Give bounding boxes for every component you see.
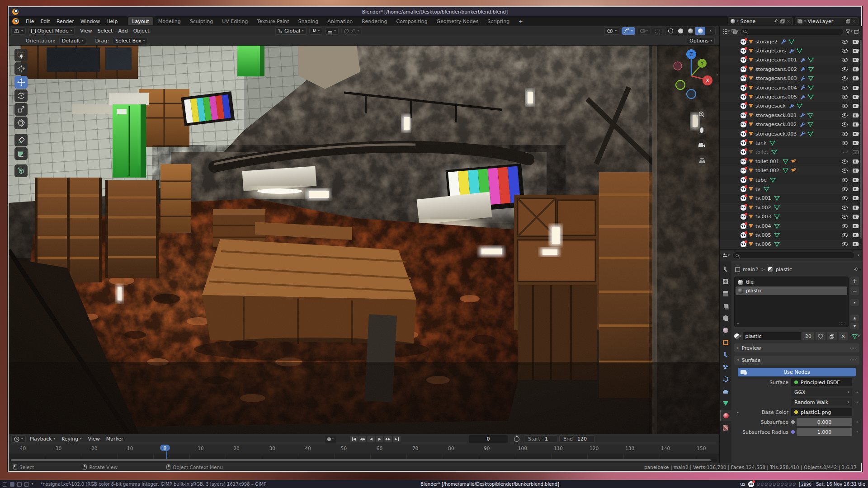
menu-item[interactable]: Window — [77, 18, 103, 25]
visibility-eye-icon[interactable] — [842, 233, 848, 237]
object-name[interactable]: tv.001 — [755, 195, 771, 201]
modifier-wrench-icon[interactable] — [789, 48, 794, 54]
render-camera-icon[interactable] — [853, 76, 859, 80]
properties-search-input[interactable] — [732, 252, 855, 259]
outliner-row[interactable]: ▸ storagecans.002 — [720, 65, 862, 74]
object-name[interactable]: tank — [755, 140, 766, 146]
object-name[interactable]: storage2 — [755, 39, 778, 45]
outliner-row[interactable]: ▸ storagesack — [720, 102, 862, 111]
mesh-data-icon[interactable] — [807, 113, 813, 118]
visibility-eye-icon[interactable] — [842, 242, 848, 246]
properties-tab[interactable] — [720, 313, 731, 324]
timeline-menu-item[interactable]: Keying▾ — [58, 436, 85, 442]
gizmos-toggle[interactable]: ▾ — [622, 27, 636, 35]
animate-dot[interactable]: • — [855, 390, 859, 394]
object-name[interactable]: storagecans.001 — [755, 57, 797, 63]
tool-annotate[interactable] — [14, 134, 28, 146]
disclosure-icon[interactable]: ▸ — [741, 159, 746, 164]
outliner-row[interactable]: ▸ tv.005 — [720, 230, 862, 239]
play-button[interactable] — [376, 436, 383, 442]
new-collection-button[interactable] — [854, 29, 859, 34]
object-name[interactable]: storagesack.002 — [755, 122, 797, 127]
visibility-eye-icon[interactable] — [842, 215, 848, 219]
viewport-3d[interactable]: ▾ Object Mode ▾ ViewSelectAddObject Glob… — [9, 26, 720, 434]
shading-material-button[interactable] — [685, 27, 695, 35]
disclosure-icon[interactable]: ▸ — [741, 94, 746, 100]
xray-toggle[interactable] — [653, 27, 663, 35]
viewport-menu-item[interactable]: Object — [131, 28, 152, 34]
mesh-data-icon[interactable] — [783, 159, 788, 164]
properties-tab[interactable] — [720, 410, 731, 421]
jump-to-end-button[interactable] — [393, 436, 401, 442]
shading-wireframe-button[interactable] — [665, 27, 675, 35]
visibility-eye-icon[interactable] — [842, 132, 848, 136]
modifier-wrench-icon[interactable] — [800, 57, 806, 63]
link-data-dropdown[interactable]: ▾ — [852, 334, 859, 339]
mesh-data-icon[interactable] — [797, 103, 802, 108]
base-color-field[interactable]: plastic1.png — [791, 408, 852, 416]
mesh-data-icon[interactable] — [774, 224, 780, 229]
blender-taskbar-entry[interactable]: Blender* [/home/amalie/Desktop/blender/b… — [420, 482, 559, 487]
visibility-eye-icon[interactable] — [842, 86, 848, 90]
render-camera-icon[interactable] — [853, 104, 859, 108]
modifier-wrench-icon[interactable] — [800, 85, 806, 90]
outliner-row[interactable]: ▸ tv.002 — [720, 203, 862, 212]
tool-move[interactable] — [14, 76, 28, 89]
next-keyframe-button[interactable] — [384, 436, 392, 442]
workspace-tab[interactable]: Texture Paint — [253, 17, 293, 25]
menu-item[interactable]: Edit — [37, 18, 53, 25]
add-slot-button[interactable]: + — [850, 277, 859, 285]
disclosure-icon[interactable]: ▸ — [741, 103, 746, 109]
outliner-row[interactable]: ▸ tank — [720, 138, 862, 147]
outliner-row[interactable]: ▸ storage2 — [720, 37, 862, 46]
workspace-tab[interactable]: Layout — [128, 17, 153, 25]
outliner-row[interactable]: ▸ tv — [720, 184, 862, 193]
render-camera-icon[interactable] — [853, 58, 859, 62]
timeline-menu-item[interactable]: Playback▾ — [27, 436, 59, 442]
disclosure-icon[interactable]: ▸ — [741, 168, 746, 174]
outliner-editor-selector[interactable]: ▾ — [722, 29, 730, 34]
blender-menu-icon[interactable] — [12, 18, 19, 24]
render-camera-icon[interactable] — [853, 67, 859, 71]
breadcrumb-object[interactable]: main2 — [743, 267, 758, 272]
navigation-gizmo[interactable]: Z Y X — [670, 46, 715, 159]
object-name[interactable]: tube — [755, 177, 767, 183]
render-camera-icon[interactable] — [853, 233, 859, 237]
disclosure-icon[interactable]: ▸ — [741, 195, 746, 201]
mesh-data-icon[interactable] — [808, 57, 814, 62]
viewport-menu-item[interactable]: Select — [94, 28, 115, 34]
mesh-data-icon[interactable] — [764, 187, 769, 192]
object-name[interactable]: tv.004 — [755, 223, 771, 229]
workspace-tab[interactable]: Geometry Nodes — [432, 17, 482, 25]
shading-rendered-button[interactable] — [695, 27, 705, 35]
mesh-data-icon[interactable] — [774, 242, 780, 247]
object-name[interactable]: storagecans.005 — [755, 94, 797, 100]
disclosure-icon[interactable]: ▸ — [741, 186, 746, 192]
disclosure-icon[interactable]: ▸ — [741, 39, 746, 45]
sidebar-collapse-icon[interactable]: ‹ — [717, 71, 718, 77]
object-name[interactable]: tv — [755, 186, 760, 192]
subsurface-radius-field[interactable]: 1.000 — [797, 428, 852, 436]
workspace-tab[interactable]: Sculpting — [186, 17, 217, 25]
outliner-row[interactable]: ▸ storagesack.001 — [720, 111, 862, 120]
surface-panel-header[interactable]: ▾ Surface ∷∷ — [734, 356, 859, 365]
outliner-row[interactable]: ▸ toilet.002 2 — [720, 166, 862, 175]
slot-specials-button[interactable]: ▾ — [850, 299, 859, 306]
properties-tab[interactable] — [720, 325, 731, 336]
modifier-wrench-icon[interactable] — [789, 103, 794, 109]
modifier-wrench-icon[interactable] — [800, 66, 806, 72]
render-camera-icon[interactable] — [853, 187, 859, 191]
workspace-tab[interactable]: Shading — [294, 17, 323, 25]
material-slot[interactable]: tile — [736, 278, 847, 286]
render-camera-icon[interactable] — [853, 215, 859, 219]
scene-browse-icon[interactable] — [731, 19, 735, 23]
viewport-render[interactable] — [9, 46, 720, 434]
frame-end-field[interactable]: End 120 — [559, 435, 594, 443]
mesh-data-icon[interactable] — [783, 168, 788, 173]
remove-viewlayer-icon[interactable]: ✕ — [852, 19, 856, 24]
visibility-eye-closed-icon[interactable] — [842, 150, 848, 153]
visibility-eye-icon[interactable] — [842, 40, 848, 44]
object-name[interactable]: tv.002 — [755, 205, 771, 211]
keyboard-layout[interactable]: us — [740, 482, 745, 487]
outliner-row[interactable]: ▸ storagecans.003 — [720, 74, 862, 83]
